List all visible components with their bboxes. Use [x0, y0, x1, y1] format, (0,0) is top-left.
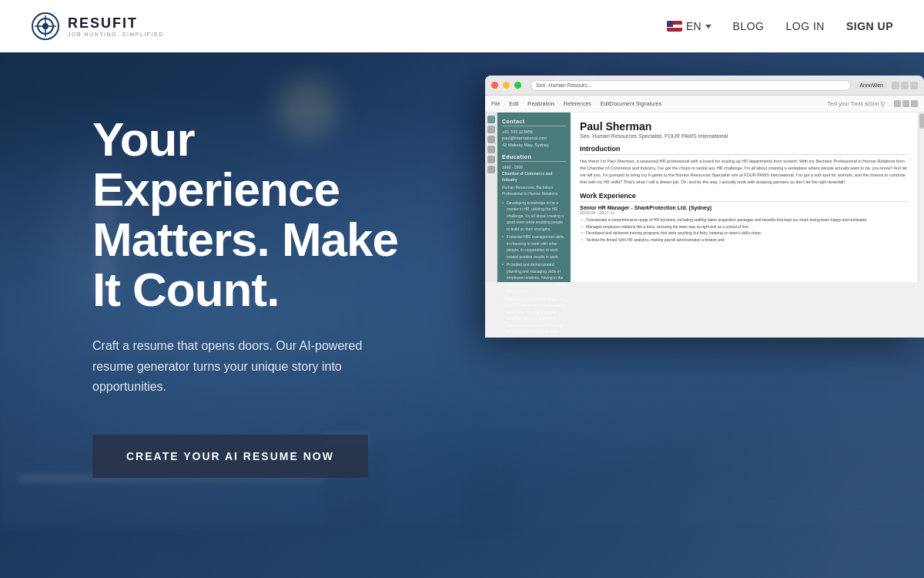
annotation-tool-label: AnnoWen	[855, 82, 887, 89]
toolbar-strip	[485, 113, 497, 282]
toolbar-icons	[894, 100, 918, 107]
resume-main-column: Paul Sherman Sen. Human Resources Specia…	[571, 113, 918, 282]
job1-bullet-4: Tackled the finned SAN HR analytics, mak…	[586, 237, 909, 244]
browser-controls: Sen. Human Resourc... AnnoWen	[485, 76, 924, 96]
browser-menu: File Edit Realization References EditDoc…	[485, 96, 924, 113]
toolbar-icon-3	[911, 100, 918, 107]
menu-edit-doc[interactable]: EditDocument Signatures	[601, 101, 661, 106]
edu-bullet-4: Explored the intricacies of pay as admin…	[502, 296, 566, 335]
blog-link[interactable]: BLOG	[733, 20, 765, 32]
hero-left: Your Experience Matters. Make It Count. …	[92, 99, 462, 478]
logo[interactable]: RESUFIT JOB HUNTING, SIMPLIFIED	[31, 12, 164, 41]
contact-section-title: Contact	[502, 119, 566, 126]
browser-action-buttons	[892, 82, 918, 89]
intro-text: Hey there! I'm Paul Sherman, a seasoned …	[580, 158, 909, 186]
menu-edit[interactable]: Edit	[509, 101, 518, 106]
job1-bullet-2: Managed employee relations like a boss, …	[586, 223, 909, 230]
language-label: EN	[686, 20, 701, 32]
us-flag-icon	[667, 21, 682, 32]
browser-btn-3[interactable]	[910, 82, 918, 89]
work-experience-section: Work Experience Senior HR Manager - Shar…	[580, 192, 909, 243]
cta-button[interactable]: CREATE YOUR AI RESUME NOW	[92, 435, 368, 478]
logo-tagline: JOB HUNTING, SIMPLIFIED	[68, 32, 164, 37]
browser-minimize-dot	[503, 82, 510, 89]
hero-title-line1: Your	[92, 113, 195, 166]
menu-references[interactable]: References	[564, 101, 591, 106]
toolbar-icon-1	[894, 100, 901, 107]
resume-job-title: Sen. Human Resources Specialist, FOUR PA…	[580, 133, 909, 139]
intro-section-header: Introduction	[580, 145, 909, 155]
tool-2[interactable]	[487, 126, 495, 133]
browser-url-bar[interactable]: Sen. Human Resourc...	[531, 80, 851, 91]
job1-dates: 2016-09 - 2017-11	[580, 210, 909, 215]
contact-phone: +61 333 123456	[502, 129, 566, 135]
language-selector[interactable]: EN	[667, 20, 711, 32]
contact-email: paul@international.com	[502, 135, 566, 141]
intro-section: Introduction Hey there! I'm Paul Sherman…	[580, 145, 909, 186]
edu-bullet-3: Provided and demonstrated planning and m…	[502, 261, 566, 294]
resume-document: Contact +61 333 123456 paul@internationa…	[485, 113, 924, 282]
job1-bullet-1: Overseeded a comprehensive range of HR f…	[586, 217, 909, 223]
job-entry-1: Senior HR Manager - SharkProtection Ltd.…	[580, 205, 909, 243]
browser-window: Sen. Human Resourc... AnnoWen File Edit	[485, 76, 924, 338]
edu-school: Chamber of Commerce and Industry	[502, 170, 566, 183]
edu-bullet-1: Developing knowledge to be a mentor in H…	[502, 200, 566, 233]
resume-scrollbar[interactable]	[918, 113, 924, 282]
menu-file[interactable]: File	[491, 101, 500, 106]
hero-title-line2: Experience	[92, 163, 340, 216]
hero-section: Your Experience Matters. Make It Count. …	[0, 52, 924, 578]
resume-name: Paul Sherman	[580, 120, 909, 133]
job1-bullet-3: Developed and delivered training program…	[586, 230, 909, 237]
browser-btn-1[interactable]	[892, 82, 899, 89]
chevron-down-icon	[705, 25, 711, 29]
hero-title: Your Experience Matters. Make It Count.	[92, 114, 462, 314]
nav-right: EN BLOG LOG IN SIGN UP	[667, 20, 893, 32]
education-section-title: Education	[502, 154, 566, 162]
tool-3[interactable]	[487, 136, 495, 143]
browser-btn-2[interactable]	[901, 82, 909, 89]
login-link[interactable]: LOG IN	[785, 20, 824, 32]
edu-degree: Human Resources, Bachelors Professional …	[502, 184, 566, 197]
contact-info: +61 333 123456 paul@international.com 42…	[502, 129, 566, 148]
resume-left-column: Contact +61 333 123456 paul@internationa…	[497, 113, 571, 282]
toolbar-text: Text your Tools action Q	[827, 101, 885, 106]
url-text: Sen. Human Resourc...	[536, 82, 592, 88]
logo-text: RESUFIT JOB HUNTING, SIMPLIFIED	[68, 15, 164, 37]
hero-content: Your Experience Matters. Make It Count. …	[0, 52, 924, 578]
tool-5[interactable]	[487, 156, 495, 163]
edu-bullet-2: Fostered HBS management skills in choosi…	[502, 234, 566, 260]
job1-title: Senior HR Manager - SharkProtection Ltd.…	[580, 205, 909, 210]
tool-6[interactable]	[487, 166, 495, 173]
hero-title-line3: Matters. Make	[92, 213, 398, 266]
menu-realization[interactable]: Realization	[527, 101, 554, 106]
job1-bullets: Overseeded a comprehensive range of HR f…	[580, 217, 909, 243]
hero-subtitle: Craft a resume that opens doors. Our AI-…	[92, 336, 385, 397]
hero-title-line4: It Count.	[92, 263, 279, 316]
browser-maximize-dot	[514, 82, 521, 89]
resume-preview: Sen. Human Resourc... AnnoWen File Edit	[485, 76, 924, 338]
navbar: RESUFIT JOB HUNTING, SIMPLIFIED EN BLOG …	[0, 0, 924, 52]
logo-name: RESUFIT	[68, 15, 164, 32]
contact-address: 42 Wakeby Way, Sydney	[502, 142, 566, 148]
tool-1[interactable]	[487, 116, 495, 123]
work-section-header: Work Experience	[580, 192, 909, 202]
tool-4[interactable]	[487, 146, 495, 153]
edu-years: 1998 - 1999	[502, 164, 566, 170]
toolbar-icon-2	[902, 100, 909, 107]
browser-close-dot	[491, 82, 498, 89]
signup-link[interactable]: SIGN UP	[846, 20, 893, 32]
logo-icon	[31, 12, 60, 41]
scrollbar-thumb[interactable]	[919, 113, 924, 129]
